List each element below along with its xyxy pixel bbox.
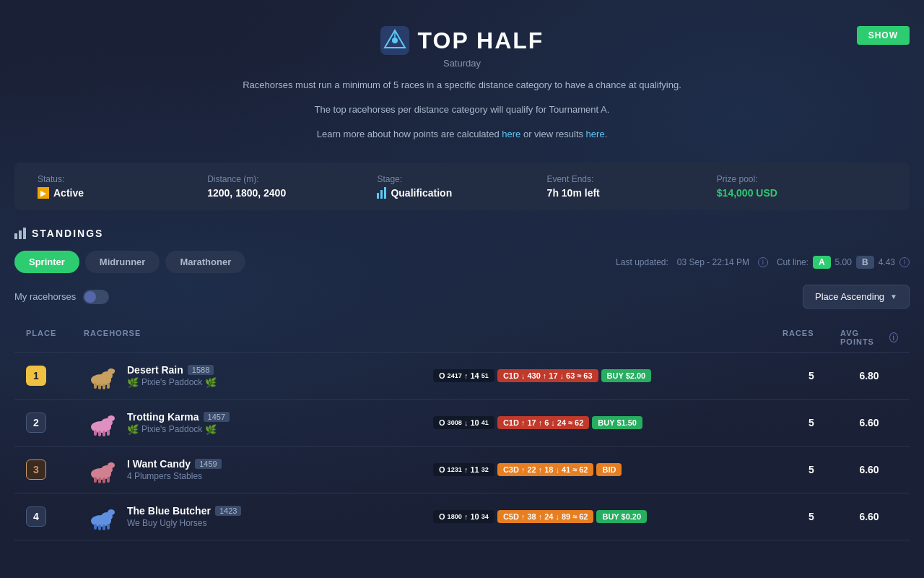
- tab-midrunner[interactable]: Midrunner: [85, 251, 160, 273]
- place-badge-2: 2: [26, 413, 46, 433]
- stable-emoji-2: 🌿: [127, 424, 139, 435]
- header-desc3: Learn more about how points are calculat…: [0, 126, 924, 142]
- status-label: Status:: [38, 174, 207, 184]
- col-racehorse: RACEHORSE: [84, 329, 433, 346]
- avg-points-3: 6.60: [840, 464, 898, 475]
- stable-emoji-2b: 🌿: [205, 424, 217, 435]
- stable-emoji-1b: 🌿: [205, 377, 217, 388]
- races-4: 5: [783, 511, 840, 522]
- avg-points-2: 6.60: [840, 417, 898, 428]
- prize-pool-value: $14,000 USD: [717, 187, 886, 199]
- cut-line-a-badge: A: [813, 256, 831, 269]
- horse-details-2: Trotting Karma 1457 🌿 Pixie's Paddock 🌿: [127, 411, 230, 435]
- horse-name-1: Desert Rain 1588: [127, 364, 217, 376]
- horse-id-1: 1588: [188, 365, 214, 375]
- distance-label: Distance (m):: [207, 174, 377, 184]
- last-updated-label: Last updated:: [616, 257, 668, 267]
- show-button[interactable]: SHOW: [857, 26, 910, 45]
- horse-image-2: [84, 408, 118, 437]
- races-2: 5: [783, 417, 840, 428]
- last-updated-info-icon[interactable]: i: [758, 257, 768, 267]
- status-value: ▶ Active: [38, 187, 207, 199]
- place-badge-1: 1: [26, 366, 46, 386]
- horse-image-4: [84, 502, 118, 531]
- info-bar: Status: ▶ Active Distance (m): 1200, 180…: [14, 163, 910, 210]
- col-avg-points: AVG POINTS i: [840, 329, 898, 346]
- standings-section: STANDINGS Sprinter Midrunner Marathoner …: [14, 228, 910, 540]
- cut-line: Cut line: A 5.00 B 4.43 i: [777, 256, 910, 269]
- horse-stable-2: 🌿 Pixie's Paddock 🌿: [127, 424, 230, 435]
- tag-buy-4: BUY $0.20: [596, 510, 647, 523]
- here-link-2[interactable]: here: [586, 129, 605, 139]
- tab-sprinter[interactable]: Sprinter: [14, 251, 79, 273]
- avg-points-1: 6.80: [840, 370, 898, 381]
- svg-rect-10: [107, 383, 110, 389]
- my-racehorses-filter: My racehorses: [14, 290, 109, 304]
- svg-rect-25: [107, 477, 110, 483]
- svg-rect-8: [98, 384, 101, 389]
- svg-rect-9: [103, 384, 105, 389]
- col-empty: [433, 329, 783, 346]
- svg-rect-18: [107, 430, 110, 436]
- tag-buy-2: BUY $1.50: [592, 416, 642, 429]
- sort-button[interactable]: Place Ascending ▼: [803, 285, 910, 309]
- here-link-1[interactable]: here: [502, 129, 520, 139]
- top-half-logo-icon: [380, 26, 409, 55]
- event-ends-item: Event Ends: 7h 10m left: [547, 174, 717, 199]
- last-updated-value: 03 Sep - 22:14 PM: [677, 257, 749, 267]
- svg-rect-29: [94, 524, 97, 530]
- tag-bid-3: BID: [596, 463, 622, 476]
- header-subtitle: Saturday: [0, 58, 924, 69]
- tab-row: Sprinter Midrunner Marathoner Last updat…: [14, 251, 910, 273]
- table-row: 4 The Blue Butcher: [14, 493, 910, 540]
- my-racehorses-label: My racehorses: [14, 291, 76, 302]
- tag-buy-1: BUY $2.00: [601, 369, 652, 382]
- svg-rect-31: [103, 525, 105, 530]
- races-1: 5: [783, 370, 840, 381]
- horse-id-2: 1457: [204, 412, 230, 422]
- header-desc1: Racehorses must run a minimum of 5 races…: [0, 77, 924, 93]
- cut-line-label: Cut line:: [777, 257, 808, 267]
- svg-rect-30: [98, 525, 101, 530]
- horse-id-4: 1423: [215, 506, 241, 516]
- horse-name-3: I Want Candy 1459: [127, 458, 222, 470]
- cut-line-b-badge: B: [856, 256, 874, 269]
- page-header: TOP HALF SHOW Saturday Racehorses must r…: [0, 14, 924, 148]
- races-3: 5: [783, 464, 840, 475]
- col-place: PLACE: [26, 329, 84, 346]
- horse-tags-4: O 1800 ↑10 34 C5D ↑38 ↑24 ↓89 ≈62 BUY $0…: [433, 510, 783, 523]
- horse-tags-3: O 1231 ↑11 32 C3D ↑22 ↑18 ↓41 ≈62 BID: [433, 463, 783, 476]
- tab-group: Sprinter Midrunner Marathoner: [14, 251, 245, 273]
- my-racehorses-toggle[interactable]: [83, 290, 109, 304]
- tab-marathoner[interactable]: Marathoner: [165, 251, 245, 273]
- status-item: Status: ▶ Active: [38, 174, 207, 199]
- tag-class-1: C1D ↓430 ↑17 ↓63 ≈63: [497, 369, 598, 382]
- horse-info-1: Desert Rain 1588 🌿 Pixie's Paddock 🌿: [84, 361, 433, 390]
- svg-rect-23: [98, 478, 101, 483]
- stable-emoji-1: 🌿: [127, 377, 139, 388]
- horse-details-1: Desert Rain 1588 🌿 Pixie's Paddock 🌿: [127, 364, 217, 388]
- horse-info-2: Trotting Karma 1457 🌿 Pixie's Paddock 🌿: [84, 408, 433, 437]
- avg-points-info-icon[interactable]: i: [889, 332, 898, 342]
- svg-rect-16: [98, 431, 101, 436]
- horse-stable-3: 4 Plumpers Stables: [127, 471, 222, 481]
- cut-line-info-icon[interactable]: i: [899, 257, 910, 267]
- prize-pool-item: Prize pool: $14,000 USD: [717, 174, 886, 199]
- stage-label: Stage:: [377, 174, 546, 184]
- svg-rect-17: [103, 431, 105, 436]
- svg-rect-24: [103, 478, 105, 483]
- distance-value: 1200, 1800, 2400: [207, 187, 377, 199]
- stage-icon: [377, 187, 386, 199]
- prize-pool-label: Prize pool:: [717, 174, 886, 184]
- horse-details-4: The Blue Butcher 1423 We Buy Ugly Horses: [127, 505, 241, 528]
- toggle-knob: [84, 291, 96, 303]
- tag-class-3: C3D ↑22 ↑18 ↓41 ≈62: [497, 463, 594, 476]
- standings-header: STANDINGS: [14, 228, 910, 239]
- svg-rect-7: [94, 383, 97, 389]
- table-row: 3 I Want Candy: [14, 447, 910, 493]
- horse-info-4: The Blue Butcher 1423 We Buy Ugly Horses: [84, 502, 433, 531]
- status-icon: ▶: [38, 187, 49, 199]
- tag-class-2: C1D ↑17 ↑6 ↓24 ≈62: [497, 416, 589, 429]
- svg-rect-22: [94, 477, 97, 483]
- tag-odds-1: O 2417 ↑14 51: [433, 369, 494, 382]
